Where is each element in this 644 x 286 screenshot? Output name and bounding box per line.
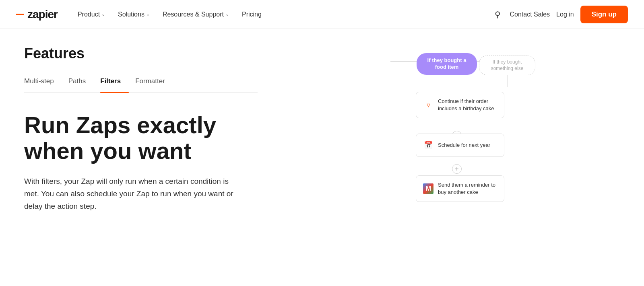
search-button[interactable]: ⚲ [492, 7, 503, 22]
tab-multi-step[interactable]: Multi-step [24, 73, 62, 93]
logo[interactable]: zapier [16, 8, 58, 21]
solutions-chevron-icon: ⌄ [146, 12, 150, 17]
features-heading: Features [24, 45, 258, 62]
nav-resources[interactable]: Resources & Support ⌄ [157, 8, 235, 21]
path-left-node: If they bought a food item [417, 53, 477, 75]
gmail-icon: M [423, 183, 434, 194]
login-button[interactable]: Log in [556, 11, 574, 18]
nav-solutions[interactable]: Solutions ⌄ [112, 8, 155, 21]
hero-description: With filters, your Zap will only run whe… [24, 175, 242, 213]
nav-right: ⚲ Contact Sales Log in Sign up [492, 6, 628, 23]
connector-line-2 [457, 119, 457, 131]
search-icon: ⚲ [495, 10, 501, 19]
tab-paths[interactable]: Paths [68, 73, 94, 93]
hero-heading: Run Zaps exactly when you want [24, 112, 258, 164]
main-content: Features Multi-step Paths Filters Format… [0, 29, 644, 286]
logo-dash [16, 14, 24, 15]
calendar-icon: 📅 [423, 140, 434, 151]
step-1-box: ▿ Continue if their order includes a bir… [416, 92, 504, 118]
feature-tabs: Multi-step Paths Filters Formatter [24, 73, 258, 93]
filter-icon: ▿ [423, 99, 434, 111]
nav-links: Product ⌄ Solutions ⌄ Resources & Suppor… [72, 8, 493, 21]
right-panel: If they bought a food item If they bough… [274, 45, 620, 270]
diagram: If they bought a food item If they bough… [350, 53, 543, 222]
step-2-box: 📅 Schedule for next year [416, 134, 504, 157]
product-chevron-icon: ⌄ [101, 12, 105, 17]
add-step-2-button[interactable]: + [452, 164, 462, 174]
resources-chevron-icon: ⌄ [225, 12, 229, 17]
connector-line-1 [457, 76, 457, 92]
logo-text: zapier [27, 8, 58, 21]
tab-filters[interactable]: Filters [100, 73, 129, 93]
path-right-node: If they bought something else [479, 56, 535, 75]
nav-product[interactable]: Product ⌄ [72, 8, 111, 21]
left-panel: Features Multi-step Paths Filters Format… [24, 45, 274, 270]
nav-pricing[interactable]: Pricing [236, 8, 267, 21]
tab-formatter[interactable]: Formatter [135, 73, 173, 93]
step-3-box: M Send them a reminder to buy another ca… [416, 175, 504, 202]
signup-button[interactable]: Sign up [580, 6, 628, 23]
contact-sales-button[interactable]: Contact Sales [510, 11, 550, 18]
